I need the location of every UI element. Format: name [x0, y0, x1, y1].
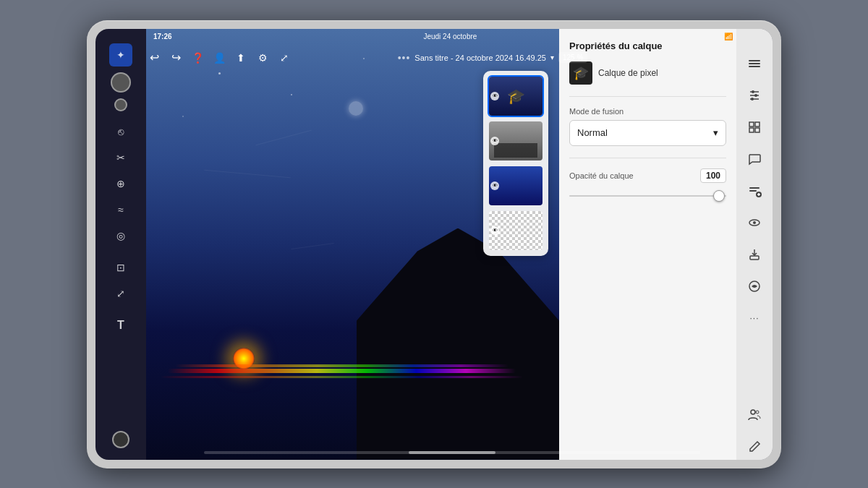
layers-icon-button[interactable]	[741, 51, 767, 77]
status-bar: 17:26 Jeudi 24 octobre 📶 88 % 🔋	[95, 29, 773, 45]
blend-mode-dropdown[interactable]: Normal ▾	[569, 120, 726, 146]
toolbar-center: ••• Sans titre - 24 octobre 2024 16.49.2…	[398, 52, 588, 64]
selection-tool[interactable]: ⊡	[109, 256, 132, 279]
layer-visibility-1[interactable]: 👁	[490, 92, 499, 100]
svg-rect-9	[749, 122, 754, 127]
title-dropdown-icon[interactable]: ▾	[550, 53, 554, 61]
layer-item-4[interactable]: 👁	[488, 210, 544, 252]
pen-icon-button[interactable]	[741, 434, 767, 460]
profile-button[interactable]: 👤	[211, 50, 227, 66]
svg-rect-12	[755, 128, 760, 132]
opacity-row: Opacité du calque 100	[569, 168, 726, 183]
svg-rect-0	[749, 60, 760, 61]
file-title: Sans titre - 24 octobre 2024 16.49.25	[414, 53, 546, 62]
properties-panel: Propriétés du calque 🎓 Calque de pixel M…	[559, 29, 736, 460]
right-icons-toolbar: ···	[736, 29, 773, 460]
help-button[interactable]: ❓	[190, 50, 205, 66]
layer-item-1[interactable]: 🎓 👁	[488, 75, 544, 117]
svg-point-19	[753, 221, 756, 224]
eraser-tool[interactable]: ⎋	[109, 120, 132, 143]
svg-rect-13	[749, 187, 760, 189]
opacity-slider[interactable]	[569, 189, 726, 203]
layers-panel: 🎓 👁 👁 👁 👁	[483, 71, 548, 256]
add-layer-icon-button[interactable]	[741, 178, 767, 204]
divider-1	[569, 96, 726, 97]
svg-point-23	[756, 411, 759, 414]
svg-rect-1	[749, 63, 760, 64]
svg-rect-20	[750, 256, 759, 260]
brush-size-large[interactable]	[111, 72, 131, 93]
eye-icon-button[interactable]	[741, 210, 767, 236]
top-toolbar: ↩ ↪ ❓ 👤 ⬆ ⚙ ⤢ ••• Sans titre - 24 octobr…	[146, 45, 736, 71]
undo-button[interactable]: ↩	[146, 50, 162, 66]
mask-icon-button[interactable]	[741, 273, 767, 299]
grid-icon-button[interactable]	[741, 114, 767, 140]
svg-rect-10	[755, 122, 760, 127]
svg-point-4	[752, 90, 754, 93]
divider-2	[569, 158, 726, 158]
svg-point-8	[751, 98, 754, 100]
heal-tool[interactable]: ⊕	[109, 172, 132, 195]
comment-icon-button[interactable]	[741, 146, 767, 172]
toolbar-left: ↩ ↪ ❓ 👤 ⬆ ⚙ ⤢	[146, 50, 292, 66]
color-picker[interactable]	[112, 431, 129, 448]
right-panel: Propriétés du calque 🎓 Calque de pixel M…	[559, 29, 773, 460]
brush-size-small[interactable]	[114, 98, 127, 111]
layer-visibility-2[interactable]: 👁	[490, 137, 499, 145]
blend-mode-chevron: ▾	[713, 127, 718, 138]
svg-rect-2	[749, 66, 760, 67]
status-date: Jeudi 24 octobre	[423, 33, 477, 40]
brush-tool[interactable]: ✦	[109, 43, 132, 67]
zoom-level: 125 %	[558, 52, 587, 63]
layer-visibility-3[interactable]: 👁	[490, 181, 499, 190]
opacity-value: 100	[700, 168, 726, 183]
toolbar-dots: •••	[398, 52, 411, 64]
smudge-tool[interactable]: ≈	[109, 198, 132, 221]
persons-icon-button[interactable]	[741, 402, 767, 428]
status-time: 17:26	[153, 33, 172, 40]
scroll-thumb-horizontal	[409, 451, 495, 454]
svg-rect-11	[749, 128, 754, 132]
tablet-shell: 17:26 Jeudi 24 octobre 📶 88 % 🔋 ↩ ↪ ❓ 👤 …	[87, 20, 781, 468]
left-toolbar: ✦ ⎋ ✂ ⊕ ≈ ◎ ⊡ ⤢ T	[95, 29, 146, 460]
settings-button[interactable]: ⚙	[255, 50, 271, 66]
blend-mode-value: Normal	[577, 127, 608, 138]
slider-thumb[interactable]	[713, 190, 725, 202]
silhouette	[357, 228, 559, 460]
svg-point-22	[751, 410, 755, 414]
svg-point-6	[754, 94, 757, 97]
export-icon-button[interactable]	[741, 241, 767, 267]
expand-button[interactable]: ⤢	[276, 50, 292, 66]
clone-tool[interactable]: ✂	[109, 146, 132, 169]
layer-item-2[interactable]: 👁	[488, 120, 544, 162]
blend-mode-label: Mode de fusion	[569, 107, 726, 116]
layer-visibility-4[interactable]: 👁	[490, 226, 499, 235]
adjustments-icon-button[interactable]	[741, 82, 767, 108]
wifi-icon: 📶	[724, 33, 733, 40]
dodge-tool[interactable]: ◎	[109, 224, 132, 247]
redo-button[interactable]: ↪	[168, 50, 184, 66]
text-tool[interactable]: T	[109, 314, 132, 337]
share-button[interactable]: ⬆	[233, 50, 249, 66]
tablet-screen: 17:26 Jeudi 24 octobre 📶 88 % 🔋 ↩ ↪ ❓ 👤 …	[95, 29, 773, 460]
scroll-indicator	[204, 451, 700, 454]
slider-track	[569, 195, 726, 197]
more-icon-button[interactable]: ···	[741, 305, 767, 331]
layer-item-3[interactable]: 👁	[488, 165, 544, 207]
transform-tool[interactable]: ⤢	[109, 282, 132, 305]
svg-rect-14	[749, 190, 757, 192]
opacity-label: Opacité du calque	[569, 171, 634, 180]
